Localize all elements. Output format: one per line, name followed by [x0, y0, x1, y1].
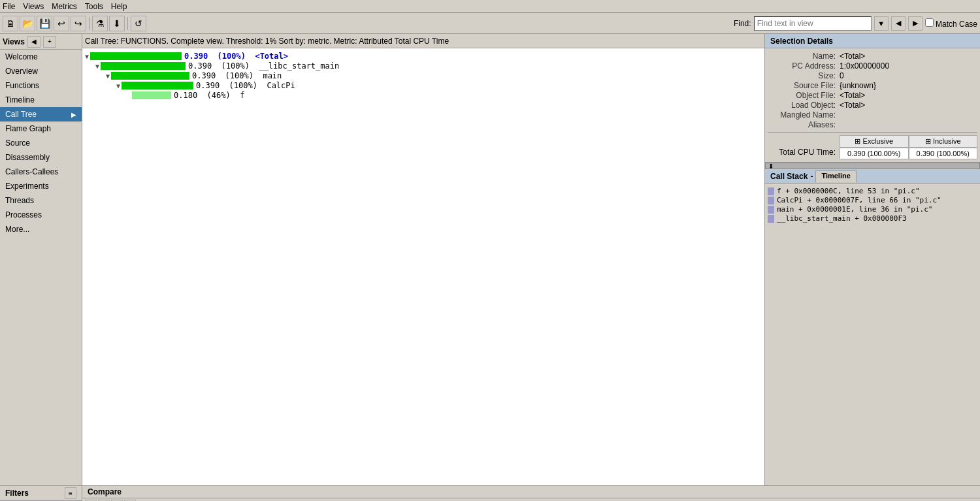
- calltree-row-calcpi[interactable]: ▼ 0.390 (100%) CalcPi: [85, 81, 762, 90]
- ct-value-libc: 0.390 (100%) __libc_start_main: [188, 61, 339, 71]
- main-layout: Views ◀ + Welcome Overview Functions Tim…: [0, 34, 980, 485]
- metrics-header-row: ⊞ Exclusive ⊞ Inclusive: [768, 135, 977, 148]
- save-button[interactable]: 💾: [37, 16, 52, 31]
- sel-loadobj-row: Load Object: <Total>: [768, 101, 977, 110]
- cs-color-2: [768, 206, 774, 214]
- content-toolbar-text: Call Tree: FUNCTIONS. Complete view. Thr…: [85, 37, 449, 46]
- sel-srcfile-row: Source File: {unknown}: [768, 81, 977, 90]
- expand-libc[interactable]: ▼: [95, 63, 99, 70]
- filters-panel: Filters ≡ ↩ ↪ ✕ ≡ To add a filter, selec…: [0, 486, 82, 501]
- resize-handle[interactable]: ⬍: [765, 163, 980, 169]
- open-button[interactable]: 📂: [20, 16, 35, 31]
- menu-help[interactable]: Help: [111, 2, 127, 11]
- menu-views[interactable]: Views: [23, 2, 44, 11]
- callstack-header: Call Stack - Timeline: [765, 169, 980, 184]
- sel-objfile-label: Object File:: [768, 91, 840, 100]
- compare-header: Compare: [82, 486, 980, 498]
- calltree-row-libc[interactable]: ▼ 0.390 (100%) __libc_start_main: [85, 61, 762, 71]
- match-case-checkbox[interactable]: [925, 18, 934, 27]
- bar-total: [90, 52, 182, 60]
- load-button[interactable]: ⬇: [109, 16, 125, 31]
- sel-aliases-row: Aliases:: [768, 120, 977, 129]
- sel-pc-value: 1:0x00000000: [840, 61, 977, 71]
- callstack-body: f + 0x0000000C, line 53 in "pi.c" CalcPi…: [765, 184, 980, 485]
- sel-srcfile-value: {unknown}: [840, 81, 977, 90]
- sidebar-item-calltree[interactable]: Call Tree ▶: [0, 107, 82, 121]
- right-panel: Selection Details Name: <Total> PC Addre…: [764, 34, 980, 485]
- find-input[interactable]: [754, 16, 872, 31]
- filters-header: Filters ≡: [0, 486, 82, 501]
- sidebar-item-disassembly[interactable]: Disassembly: [0, 150, 82, 165]
- toolbar: 🗎 📂 💾 ↩ ↪ ⚗ ⬇ ↺ Find: ▼ ◀ ▶ Match Case: [0, 13, 980, 34]
- content-toolbar: Call Tree: FUNCTIONS. Complete view. Thr…: [82, 34, 764, 48]
- views-back-button[interactable]: ◀: [27, 36, 41, 48]
- sidebar-item-experiments[interactable]: Experiments: [0, 179, 82, 193]
- toolbar-separator-1: [89, 17, 90, 30]
- selection-details-header: Selection Details: [765, 34, 980, 48]
- calltree-row-main[interactable]: ▼ 0.390 (100%) main: [85, 71, 762, 80]
- expand-main[interactable]: ▼: [106, 73, 110, 80]
- ct-value-main: 0.390 (100%) main: [192, 71, 282, 80]
- filters-menu-button[interactable]: ≡: [65, 487, 76, 499]
- calltree-row-total[interactable]: ▼ 0.390 (100%) <Total>: [85, 52, 762, 61]
- sidebar: Views ◀ + Welcome Overview Functions Tim…: [0, 34, 82, 485]
- total-cpu-label: Total CPU Time:: [768, 148, 840, 159]
- menu-tools[interactable]: Tools: [85, 2, 103, 11]
- toolbar-separator-2: [127, 17, 128, 30]
- find-dropdown-button[interactable]: ▼: [874, 16, 889, 31]
- sel-loadobj-value: <Total>: [840, 101, 977, 110]
- sel-size-label: Size:: [768, 71, 840, 80]
- views-header: Views ◀ +: [0, 34, 82, 50]
- sel-name-row: Name: <Total>: [768, 52, 977, 61]
- menu-file[interactable]: File: [3, 2, 15, 11]
- sidebar-item-timeline[interactable]: Timeline: [0, 93, 82, 107]
- calltree-area[interactable]: ▼ 0.390 (100%) <Total> ▼ 0.390 (100%) __…: [82, 48, 764, 485]
- sidebar-item-more[interactable]: More...: [0, 222, 82, 236]
- sel-size-value: 0: [840, 71, 977, 80]
- back-button[interactable]: ↩: [54, 16, 69, 31]
- sidebar-item-callers-callees[interactable]: Callers-Callees: [0, 165, 82, 179]
- dash: -: [810, 172, 813, 181]
- metrics-spacer: [768, 135, 840, 148]
- sel-mangled-row: Mangled Name:: [768, 110, 977, 120]
- inclusive-col-header: ⊞ Inclusive: [909, 135, 978, 148]
- bar-fill-main: [111, 72, 189, 80]
- sidebar-item-overview[interactable]: Overview: [0, 64, 82, 78]
- new-button[interactable]: 🗎: [3, 16, 18, 31]
- sel-pc-row: PC Address: 1:0x00000000: [768, 61, 977, 71]
- forward-button[interactable]: ↪: [71, 16, 86, 31]
- filter-button[interactable]: ⚗: [92, 16, 108, 31]
- sidebar-item-threads[interactable]: Threads: [0, 193, 82, 208]
- sel-pc-label: PC Address:: [768, 61, 840, 71]
- sidebar-item-processes[interactable]: Processes: [0, 208, 82, 222]
- cs-row-1: CalcPi + 0x0000007F, line 66 in "pi.c": [768, 196, 977, 204]
- refresh-button[interactable]: ↺: [131, 16, 146, 31]
- find-next-button[interactable]: ▶: [908, 16, 923, 31]
- sel-objfile-row: Object File: <Total>: [768, 91, 977, 100]
- calltree-row-f[interactable]: ▼ 0.180 (46%) f: [85, 91, 762, 100]
- sidebar-item-welcome[interactable]: Welcome: [0, 50, 82, 64]
- cs-color-0: [768, 187, 774, 195]
- match-case-label: Match Case: [925, 18, 977, 29]
- sel-name-label: Name:: [768, 52, 840, 61]
- expand-total[interactable]: ▼: [85, 53, 89, 60]
- cs-color-3: [768, 215, 774, 223]
- cs-color-1: [768, 197, 774, 204]
- bar-fill-total: [90, 52, 182, 60]
- find-prev-button[interactable]: ◀: [891, 16, 906, 31]
- inclusive-icon: ⊞: [925, 137, 931, 145]
- bar-fill-f: [132, 91, 171, 99]
- cs-row-2: main + 0x0000001E, line 36 in "pi.c": [768, 205, 977, 214]
- sidebar-item-source[interactable]: Source: [0, 136, 82, 150]
- views-add-button[interactable]: +: [43, 36, 56, 48]
- exclusive-value: 0.390 (100.00%): [840, 148, 909, 159]
- expand-calcpi[interactable]: ▼: [116, 82, 120, 89]
- cs-row-0: f + 0x0000000C, line 53 in "pi.c": [768, 187, 977, 195]
- cs-text-3: __libc_start_main + 0x000000F3: [777, 214, 907, 223]
- sidebar-item-functions[interactable]: Functions: [0, 78, 82, 93]
- menu-metrics[interactable]: Metrics: [52, 2, 77, 11]
- sel-mangled-label: Mangled Name:: [768, 110, 840, 120]
- find-area: Find: ▼ ◀ ▶ Match Case: [734, 16, 977, 31]
- sidebar-item-flamegraph[interactable]: Flame Graph: [0, 121, 82, 136]
- timeline-tab[interactable]: Timeline: [815, 170, 856, 182]
